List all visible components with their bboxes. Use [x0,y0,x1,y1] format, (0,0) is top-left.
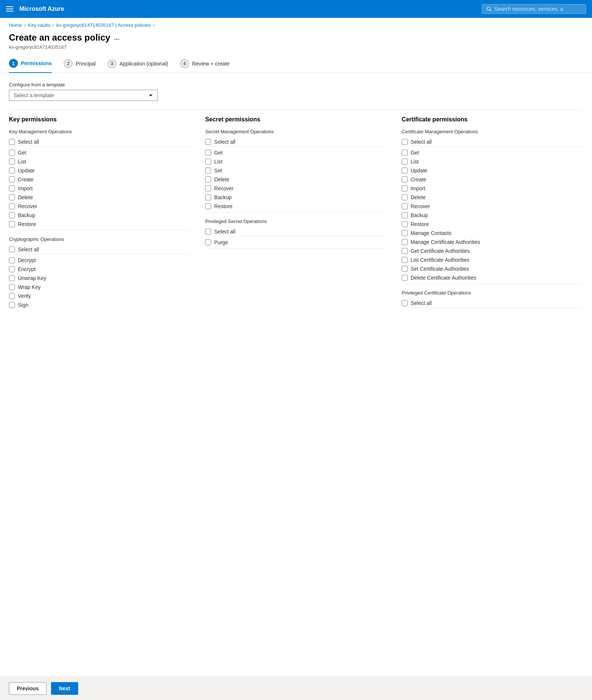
key-delete-item[interactable]: Delete [9,193,190,202]
key-wrap-checkbox[interactable] [9,284,15,290]
key-import-item[interactable]: Import [9,184,190,193]
step-permissions[interactable]: 1 Permissions [9,59,52,73]
key-create-checkbox[interactable] [9,176,15,182]
key-wrap-item[interactable]: Wrap Key [9,283,190,292]
cert-import-item[interactable]: Import [402,184,583,193]
secret-priv-select-all-checkbox[interactable] [205,229,211,235]
key-get-checkbox[interactable] [9,150,15,156]
key-restore-checkbox[interactable] [9,221,15,227]
secret-delete-checkbox[interactable] [205,176,211,182]
cert-backup-checkbox[interactable] [402,212,408,218]
key-restore-item[interactable]: Restore [9,220,190,230]
secret-recover-checkbox[interactable] [205,185,211,191]
key-recover-item[interactable]: Recover [9,202,190,211]
cert-priv-select-all-checkbox[interactable] [402,300,408,306]
cert-manage-contacts-item[interactable]: Manage Contacts [402,229,583,238]
key-list-item[interactable]: List [9,157,190,166]
cert-priv-select-all-item[interactable]: Select all [402,299,583,308]
cert-import-checkbox[interactable] [402,185,408,191]
key-encrypt-checkbox[interactable] [9,266,15,272]
key-unwrap-item[interactable]: Unwrap Key [9,274,190,283]
secret-backup-checkbox[interactable] [205,194,211,200]
secret-delete-item[interactable]: Delete [205,175,386,184]
key-encrypt-item[interactable]: Encrypt [9,265,190,274]
key-crypto-select-all-checkbox[interactable] [9,246,15,252]
cert-restore-item[interactable]: Restore [402,220,583,229]
cert-list-ca-checkbox[interactable] [402,257,408,263]
cert-create-item[interactable]: Create [402,175,583,184]
secret-priv-select-all-item[interactable]: Select all [205,227,386,236]
cert-recover-checkbox[interactable] [402,203,408,209]
cert-restore-checkbox[interactable] [402,221,408,227]
cert-recover-item[interactable]: Recover [402,202,583,211]
breadcrumb-keyvaults[interactable]: Key vaults [28,22,50,28]
key-sign-item[interactable]: Sign [9,300,190,309]
key-select-all-item[interactable]: Select all [9,137,190,147]
secret-set-checkbox[interactable] [205,168,211,174]
cert-manage-ca-item[interactable]: Manage Certificate Authorities [402,238,583,246]
cert-delete-checkbox[interactable] [402,194,408,200]
key-list-checkbox[interactable] [9,159,15,165]
key-decrypt-checkbox[interactable] [9,257,15,263]
secret-select-all-item[interactable]: Select all [205,137,386,147]
cert-get-checkbox[interactable] [402,150,408,156]
template-select[interactable]: Select a template [9,90,158,101]
cert-list-item[interactable]: List [402,157,583,166]
key-decrypt-item[interactable]: Decrypt [9,256,190,265]
cert-manage-contacts-checkbox[interactable] [402,230,408,236]
key-verify-checkbox[interactable] [9,293,15,299]
secret-get-checkbox[interactable] [205,150,211,156]
cert-select-all-item[interactable]: Select all [402,137,583,147]
breadcrumb-home[interactable]: Home [9,22,22,28]
cert-get-item[interactable]: Get [402,148,583,157]
secret-list-item[interactable]: List [205,157,386,166]
more-options-button[interactable]: ... [114,34,120,42]
cert-manage-ca-checkbox[interactable] [402,239,408,245]
key-sign-checkbox[interactable] [9,302,15,308]
cert-select-all-checkbox[interactable] [402,139,408,145]
search-input[interactable] [494,6,581,12]
cert-set-ca-checkbox[interactable] [402,266,408,272]
key-delete-checkbox[interactable] [9,194,15,200]
key-verify-item[interactable]: Verify [9,292,190,300]
key-recover-checkbox[interactable] [9,203,15,209]
key-import-checkbox[interactable] [9,185,15,191]
breadcrumb-access-policies[interactable]: kv-gregoryc814714035167 | Access policie… [56,22,150,28]
key-select-all-checkbox[interactable] [9,139,15,145]
key-create-item[interactable]: Create [9,175,190,184]
step-principal[interactable]: 2 Principal [64,59,96,73]
step-review[interactable]: 4 Review + create [180,59,230,73]
key-update-item[interactable]: Update [9,166,190,175]
cert-delete-ca-item[interactable]: Delete Certificate Authorities [402,273,583,284]
cert-list-checkbox[interactable] [402,159,408,165]
cert-create-checkbox[interactable] [402,176,408,182]
cert-get-ca-item[interactable]: Get Certificate Authorities [402,246,583,255]
key-get-item[interactable]: Get [9,148,190,157]
secret-list-checkbox[interactable] [205,159,211,165]
secret-select-all-checkbox[interactable] [205,139,211,145]
cert-set-ca-item[interactable]: Set Certificate Authorities [402,264,583,273]
step-application[interactable]: 3 Application (optional) [108,59,168,73]
secret-get-item[interactable]: Get [205,148,386,157]
hamburger-menu[interactable] [6,6,13,12]
key-update-checkbox[interactable] [9,168,15,174]
cert-update-item[interactable]: Update [402,166,583,175]
key-backup-checkbox[interactable] [9,212,15,218]
secret-set-item[interactable]: Set [205,166,386,175]
cert-get-ca-checkbox[interactable] [402,248,408,254]
key-backup-item[interactable]: Backup [9,211,190,220]
secret-purge-item[interactable]: Purge [205,238,386,249]
key-unwrap-checkbox[interactable] [9,275,15,281]
cert-backup-item[interactable]: Backup [402,211,583,220]
cert-delete-item[interactable]: Delete [402,193,583,202]
cert-list-ca-item[interactable]: List Certificate Authorities [402,255,583,264]
search-box[interactable] [482,4,586,14]
secret-purge-checkbox[interactable] [205,239,211,245]
secret-recover-item[interactable]: Recover [205,184,386,193]
secret-restore-checkbox[interactable] [205,203,211,209]
cert-delete-ca-checkbox[interactable] [402,275,408,281]
cert-update-checkbox[interactable] [402,168,408,174]
secret-restore-item[interactable]: Restore [205,202,386,213]
secret-backup-item[interactable]: Backup [205,193,386,202]
key-crypto-select-all-item[interactable]: Select all [9,245,190,254]
